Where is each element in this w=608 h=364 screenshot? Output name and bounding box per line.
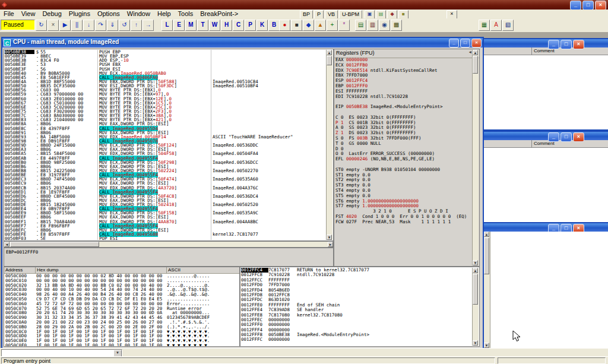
app-titlebar[interactable]: ◈ _ □ × xyxy=(0,0,608,10)
window-button-e[interactable]: E xyxy=(173,20,185,31)
window-button-w[interactable]: W xyxy=(209,20,220,31)
dump-header-hex[interactable]: Hex dump xyxy=(36,267,167,273)
minimize-button[interactable]: _ xyxy=(570,1,581,10)
close-button[interactable]: × xyxy=(595,1,606,10)
scroll-thumb[interactable] xyxy=(484,238,489,274)
patch-button[interactable]: * xyxy=(338,20,350,31)
menu-item-tools[interactable]: Tools xyxy=(175,10,197,18)
registers-vscrollbar[interactable]: ▲ ▼ xyxy=(472,50,479,265)
run-button[interactable]: ▶ xyxy=(59,20,71,31)
maximize-button[interactable]: □ xyxy=(582,1,594,10)
record-button[interactable]: ◉ xyxy=(379,20,390,31)
menu-item-breakpoint[interactable]: BreakPoint-> xyxy=(197,10,242,18)
menu-item-view[interactable]: View xyxy=(18,10,39,18)
scroll-down-button[interactable]: ▼ xyxy=(473,260,478,265)
window-button-c[interactable]: C xyxy=(233,20,244,31)
menu-button-vb[interactable]: VB xyxy=(325,10,338,19)
menu-item-debug[interactable]: Debug xyxy=(39,10,65,18)
goto-button[interactable]: → xyxy=(142,20,154,31)
dump-header-ascii[interactable]: ASCII xyxy=(167,267,239,273)
step-over-button[interactable]: ↷ xyxy=(95,20,106,31)
scroll-thumb[interactable] xyxy=(10,242,99,247)
menu-item-plugins[interactable]: Plugins xyxy=(65,10,94,18)
source-window-button[interactable]: ▥ xyxy=(367,20,378,31)
menu-button-ubpm[interactable]: U-BPM xyxy=(339,10,362,19)
side-window-2-titlebar[interactable]: _ □ × xyxy=(484,132,608,140)
execute-till-return-button[interactable]: ↑ xyxy=(131,20,142,31)
maximize-button[interactable]: □ xyxy=(560,132,572,142)
add-watch-button[interactable]: + xyxy=(327,20,338,31)
patches-window-button[interactable]: ▩ xyxy=(391,20,402,31)
plugin-icon-2[interactable]: ▤ xyxy=(376,10,386,19)
disasm-hscrollbar[interactable]: ◄ ► xyxy=(4,241,334,248)
column-header[interactable] xyxy=(484,140,532,147)
maximize-button[interactable]: □ xyxy=(560,40,572,49)
scroll-up-button[interactable]: ▲ xyxy=(473,268,478,273)
close-button[interactable]: × xyxy=(573,40,584,49)
stack-vscrollbar[interactable]: ▲ ▼ xyxy=(472,268,479,346)
dump-pane[interactable]: Address Hex dump ASCII 0050C00000 00 00 … xyxy=(4,267,240,347)
minimize-button[interactable]: _ xyxy=(548,132,559,142)
register-row-edi[interactable]: EDI 7C910228 ntdll.7C910228 xyxy=(335,94,472,100)
minimize-button[interactable]: _ xyxy=(548,40,559,49)
menu-close-button[interactable]: × xyxy=(446,10,457,19)
menu-button-bp[interactable]: BP xyxy=(300,10,313,19)
pause-button[interactable]: || xyxy=(71,20,83,31)
menu-item-options[interactable]: Options xyxy=(94,10,124,18)
cascade-windows-button[interactable]: ▧ xyxy=(502,20,514,31)
window-button-l[interactable]: L xyxy=(162,20,173,31)
plugin-icon-3[interactable]: ◆ xyxy=(387,10,397,19)
trace-over-button[interactable]: ↺ xyxy=(119,20,130,31)
maximize-button[interactable]: □ xyxy=(460,39,470,48)
menu-item-help[interactable]: Help xyxy=(154,10,175,18)
plugin-icon-4[interactable]: ■ xyxy=(398,10,408,19)
disasm-row[interactable]: 0050BF03.5EPOP ESI xyxy=(5,236,327,240)
side-window-1-body[interactable] xyxy=(484,55,608,129)
appearance-button[interactable]: A xyxy=(490,20,502,31)
plugin-icon-1[interactable]: ▣ xyxy=(365,10,375,19)
disassembly-pane[interactable]: 0050BE38$55PUSH EBP0050BE39.8BECMOV EBP,… xyxy=(4,49,334,241)
window-button-t[interactable]: T xyxy=(197,20,208,31)
log-window-button[interactable]: ▤ xyxy=(355,20,366,31)
dump-row[interactable]: 0050C0F01F 00 1F 00 1F 00 1F 00 1F 00 1F… xyxy=(4,343,239,347)
disasm-vscrollbar[interactable]: ▲ ▼ xyxy=(326,50,332,240)
stack-pane[interactable]: 0012FFC47C817077RETURN to kernel32.7C817… xyxy=(240,267,480,347)
run-trace-button[interactable]: ▲ xyxy=(315,20,326,31)
menu-item-file[interactable]: File xyxy=(0,10,18,18)
scroll-down-button[interactable]: ▼ xyxy=(327,235,332,240)
close-program-button[interactable]: × xyxy=(48,20,59,31)
disasm-row[interactable]: 0050BEFE.E8 8597F8FFCALL ImageRed.004956… xyxy=(5,232,327,236)
side-window-3-vscrollbar[interactable]: ▲ ▼ xyxy=(484,232,490,348)
column-header[interactable] xyxy=(484,48,532,55)
register-row-eip[interactable]: EIP 0050BE38 ImageRed.<ModuleEntryPoint> xyxy=(335,105,472,110)
side-window-2-body[interactable] xyxy=(484,148,608,222)
breakpoint-button[interactable]: ● xyxy=(279,20,290,31)
tile-windows-button[interactable]: ▦ xyxy=(479,20,490,31)
scroll-down-button[interactable]: ▼ xyxy=(473,340,478,346)
window-button-p[interactable]: P xyxy=(245,20,256,31)
scroll-up-button[interactable]: ▲ xyxy=(473,50,478,55)
info-pane[interactable]: EBP=0012FFF0 xyxy=(4,248,334,267)
stack-row[interactable]: 0012FFFC00000000 xyxy=(241,337,472,342)
window-button-m[interactable]: M xyxy=(185,20,197,31)
scroll-right-button[interactable]: ► xyxy=(328,242,333,247)
cpu-window-titlebar[interactable]: C CPU - main thread, module ImageRed _ □… xyxy=(2,38,483,48)
close-button[interactable]: × xyxy=(471,39,482,48)
efl-row[interactable]: EFL 00000246 (NO,NB,E,BE,NS,PE,GE,LE) xyxy=(335,157,472,162)
flag-row-t[interactable]: T 0 GS 0000 NULL xyxy=(335,141,472,147)
trace-into-button[interactable]: ⇓ xyxy=(107,20,118,31)
side-window-3-body[interactable]: ▲ ▼ xyxy=(484,232,608,348)
restart-button[interactable]: ↻ xyxy=(36,20,47,31)
step-into-button[interactable]: ↓ xyxy=(83,20,94,31)
memory-breakpoint-button[interactable]: ◆ xyxy=(303,20,314,31)
close-button[interactable]: × xyxy=(573,132,584,142)
minimize-button[interactable]: _ xyxy=(449,39,459,48)
disasm-row[interactable]: 0050BE38$55PUSH EBP xyxy=(5,50,327,54)
registers-pane[interactable]: Registers (FPU) ◄ ◄ EAX 00000000ECX 0012… xyxy=(334,49,480,267)
menu-item-window[interactable]: Window xyxy=(124,10,154,18)
window-button-b[interactable]: B xyxy=(268,20,280,31)
disasm-row[interactable]: 0050BE3B.83C4 F0ADD ESP,-10 xyxy=(5,58,327,62)
menu-button-p[interactable]: P xyxy=(314,10,324,19)
side-window-3-titlebar[interactable]: _ □ × xyxy=(484,223,608,232)
hardware-breakpoint-button[interactable]: ■ xyxy=(291,20,302,31)
